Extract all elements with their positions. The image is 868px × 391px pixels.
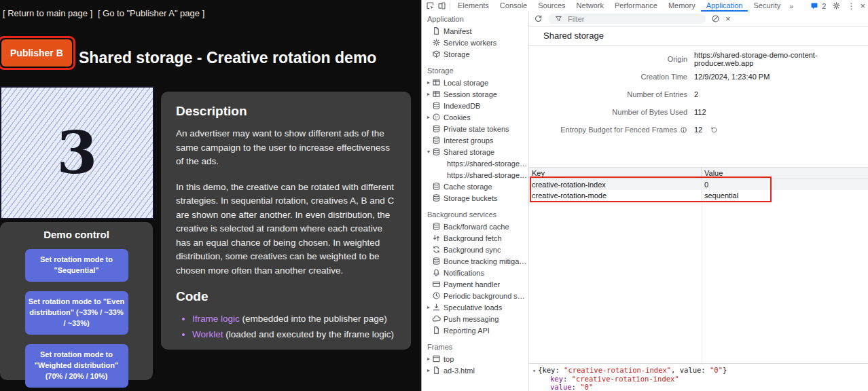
preview-key: value [550,383,572,391]
preview-key-line: key: "creative-rotation-index" [532,375,865,383]
tab-network[interactable]: Network [571,0,609,12]
annotation-box-publisher-b: Publisher B [0,36,75,70]
sidebar-item-session-storage[interactable]: ▸Session storage [422,88,528,100]
chevron-right-icon[interactable]: ▸ [425,304,432,310]
sidebar-item-private-state-tokens[interactable]: Private state tokens [422,123,528,134]
cell-key: creative-rotation-mode [529,190,702,201]
more-tabs-button[interactable]: » [786,2,797,10]
tab-memory[interactable]: Memory [663,0,701,12]
sidebar-item-label: Interest groups [444,136,493,145]
sidebar-item-interest-groups[interactable]: Interest groups [422,134,528,146]
chevron-down-icon[interactable]: ▾ [425,149,432,155]
sidebar-item-label: Periodic background s… [444,292,525,300]
filter-box[interactable] [548,14,706,24]
tab-application[interactable]: Application [701,0,748,12]
sidebar-item-cookies[interactable]: ▸Cookies [422,111,528,123]
sidebar-item-manifest[interactable]: Manifest [422,25,528,37]
inspect-element-icon[interactable] [424,1,436,11]
refresh-icon[interactable] [532,14,544,24]
sidebar-item-top[interactable]: ▸top [422,353,528,365]
reset-budget-icon[interactable] [710,126,718,134]
issues-icon [808,1,820,11]
sidebar-item-ad-3-html[interactable]: ▸ad-3.html [422,365,528,376]
sidebar-item-label: Back/forward cache [444,223,509,231]
code-heading: Code [176,289,396,304]
sidebar-item-storage[interactable]: Storage [422,48,528,60]
database-icon [432,124,444,133]
chevron-right-icon[interactable]: ▸ [425,114,432,120]
tab-performance[interactable]: Performance [609,0,663,12]
table-row[interactable]: creative-rotation-index0 [529,179,868,190]
tab-security[interactable]: Security [748,0,786,12]
publisher-a-link[interactable]: [ Go to "Publisher A" page ] [98,8,204,18]
sidebar-item-reporting-api[interactable]: Reporting API [422,324,528,336]
chevron-down-icon[interactable]: ▾ [532,367,536,374]
sidebar-item-bounce-tracking-mitiga[interactable]: Bounce tracking mitiga… [422,255,528,267]
rotation-mode-button-1[interactable]: Set rotation mode to "Even distribution"… [25,291,128,335]
sidebar-item-shared-storage[interactable]: ▾Shared storage [422,146,528,157]
column-header-key[interactable]: Key [529,168,702,179]
cell-value: 0 [702,179,711,190]
sidebar-item-speculative-loads[interactable]: ▸Speculative loads [422,301,528,313]
table-row[interactable]: creative-rotation-modesequential [529,190,868,201]
field-label-cell: Entropy Budget for Fenced Frames [529,126,687,134]
sidebar-item-back-forward-cache[interactable]: Back/forward cache [422,221,528,232]
close-devtools-icon[interactable]: × [860,1,865,11]
sidebar-item-payment-handler[interactable]: Payment handler [422,278,528,290]
table-header: KeyValue [529,168,868,179]
sidebar-item-service-workers[interactable]: Service workers [422,37,528,48]
filter-funnel-icon [553,14,564,24]
devtools-window: ElementsConsoleSourcesNetworkPerformance… [421,0,868,391]
sidebar-item-notifications[interactable]: Notifications [422,267,528,278]
sidebar-item-push-messaging[interactable]: Push messaging [422,313,528,324]
sidebar-item-indexeddb[interactable]: IndexedDB [422,100,528,111]
preview-string: "creative-rotation-index" [564,366,671,374]
sidebar-item-background-fetch[interactable]: Background fetch [422,232,528,244]
device-toolbar-icon[interactable] [436,1,448,11]
sidebar-item-label: Notifications [444,269,484,277]
chevron-right-icon[interactable]: ▸ [425,79,432,86]
sidebar-item-label: Local storage [444,79,488,87]
tab-console[interactable]: Console [494,0,532,12]
delete-selected-icon[interactable]: × [725,14,731,24]
sidebar-item-label: Storage [444,50,470,58]
field-label-cell: Number of Bytes Used [529,108,687,116]
column-header-value[interactable]: Value [702,168,725,179]
cloud-icon [432,314,444,323]
publisher-b-button[interactable]: Publisher B [1,39,72,67]
filter-input[interactable] [568,15,701,23]
tab-sources[interactable]: Sources [532,0,571,12]
return-main-link[interactable]: [ Return to main page ] [3,8,92,18]
demo-control-title: Demo control [0,229,153,240]
clear-all-icon[interactable] [710,14,721,24]
info-icon[interactable] [680,126,687,134]
preview-string: "creative-rotation-index" [572,375,679,383]
settings-gear-icon[interactable] [831,1,842,11]
sidebar-item-storage-buckets[interactable]: Storage buckets [422,192,528,204]
sidebar-item-cache-storage[interactable]: Cache storage [422,181,528,192]
rotation-mode-button-2[interactable]: Set rotation mode to "Weighted distribut… [25,344,128,388]
preview-text: : [563,375,572,383]
issues-badge[interactable]: 2 [808,1,826,11]
sidebar-item-https-shared-storage-d[interactable]: https://shared-storage-d… [422,157,528,169]
rotation-mode-button-0[interactable]: Set rotation mode to "Sequential" [25,249,128,282]
sidebar-item-https-shared-storage-d[interactable]: https://shared-storage-d… [422,169,528,181]
tab-elements[interactable]: Elements [452,0,494,12]
preview-summary-line: ▾{key: "creative-rotation-index", value:… [532,366,865,375]
field-value: https://shared-storage-demo-content-prod… [694,51,868,67]
field-label: Creation Time [641,73,687,81]
column-divider [702,200,702,363]
sidebar-item-local-storage[interactable]: ▸Local storage [422,77,528,88]
chevron-right-icon[interactable]: ▸ [425,367,432,373]
ad-creative: 3 [0,86,154,219]
chevron-right-icon[interactable]: ▸ [425,356,432,362]
iframe-logic-link[interactable]: Iframe logic [192,314,240,324]
cookie-icon [432,113,444,122]
sidebar-item-periodic-background-s[interactable]: Periodic background s… [422,290,528,301]
more-options-icon[interactable]: ⋮ [847,1,855,11]
sidebar-section-application: Application [422,12,528,25]
sidebar-item-background-sync[interactable]: Background sync [422,244,528,255]
worklet-link[interactable]: Worklet [192,329,223,339]
chevron-right-icon[interactable]: ▸ [425,91,432,97]
database-icon [432,222,444,231]
